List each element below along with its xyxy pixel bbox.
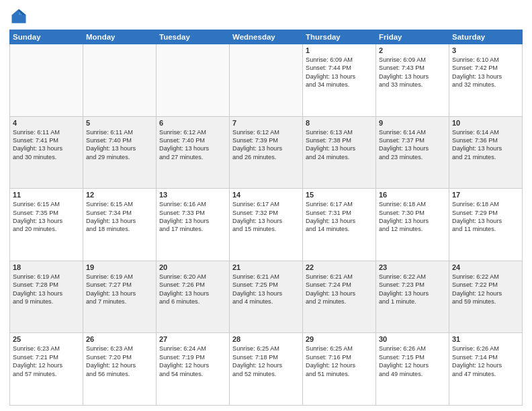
calendar-day-cell: 26Sunrise: 6:23 AM Sunset: 7:20 PM Dayli… — [83, 333, 157, 406]
calendar-header-cell: Wednesday — [230, 30, 303, 44]
day-number: 11 — [13, 191, 80, 199]
calendar-day-cell: 15Sunrise: 6:17 AM Sunset: 7:31 PM Dayli… — [303, 189, 376, 261]
day-detail: Sunrise: 6:10 AM Sunset: 7:42 PM Dayligh… — [452, 56, 519, 89]
day-number: 30 — [379, 335, 446, 343]
calendar-week-row: 25Sunrise: 6:23 AM Sunset: 7:21 PM Dayli… — [10, 333, 523, 406]
day-detail: Sunrise: 6:17 AM Sunset: 7:32 PM Dayligh… — [232, 200, 300, 234]
day-number: 4 — [13, 119, 80, 127]
day-number: 3 — [452, 46, 519, 54]
day-number: 6 — [159, 119, 226, 127]
calendar-day-cell: 12Sunrise: 6:15 AM Sunset: 7:34 PM Dayli… — [83, 189, 157, 261]
day-number: 28 — [232, 335, 300, 343]
day-number: 15 — [306, 191, 373, 199]
calendar-header-cell: Saturday — [449, 30, 523, 44]
calendar-day-cell — [157, 44, 230, 117]
calendar-day-cell: 18Sunrise: 6:19 AM Sunset: 7:28 PM Dayli… — [10, 261, 83, 333]
calendar-day-cell: 5Sunrise: 6:11 AM Sunset: 7:40 PM Daylig… — [83, 116, 157, 189]
day-detail: Sunrise: 6:21 AM Sunset: 7:25 PM Dayligh… — [232, 273, 300, 306]
calendar-week-row: 11Sunrise: 6:15 AM Sunset: 7:35 PM Dayli… — [10, 189, 523, 261]
page: SundayMondayTuesdayWednesdayThursdayFrid… — [0, 0, 532, 411]
calendar-day-cell: 1Sunrise: 6:09 AM Sunset: 7:44 PM Daylig… — [303, 44, 376, 117]
day-detail: Sunrise: 6:09 AM Sunset: 7:44 PM Dayligh… — [306, 56, 373, 89]
day-detail: Sunrise: 6:15 AM Sunset: 7:34 PM Dayligh… — [86, 200, 153, 234]
day-detail: Sunrise: 6:23 AM Sunset: 7:20 PM Dayligh… — [86, 345, 153, 378]
day-number: 7 — [232, 119, 300, 127]
day-detail: Sunrise: 6:24 AM Sunset: 7:19 PM Dayligh… — [159, 345, 226, 378]
day-detail: Sunrise: 6:12 AM Sunset: 7:40 PM Dayligh… — [159, 128, 226, 162]
day-detail: Sunrise: 6:12 AM Sunset: 7:39 PM Dayligh… — [232, 128, 300, 162]
header — [9, 7, 523, 26]
calendar-day-cell: 23Sunrise: 6:22 AM Sunset: 7:23 PM Dayli… — [376, 261, 449, 333]
day-number: 31 — [452, 335, 519, 343]
day-number: 27 — [159, 335, 226, 343]
logo-icon — [9, 7, 28, 26]
calendar-day-cell — [230, 44, 303, 117]
day-number: 8 — [306, 119, 373, 127]
calendar-day-cell — [10, 44, 83, 117]
calendar-day-cell: 24Sunrise: 6:22 AM Sunset: 7:22 PM Dayli… — [449, 261, 523, 333]
day-number: 24 — [452, 263, 519, 271]
calendar-day-cell: 2Sunrise: 6:09 AM Sunset: 7:43 PM Daylig… — [376, 44, 449, 117]
day-number: 5 — [86, 119, 153, 127]
day-detail: Sunrise: 6:26 AM Sunset: 7:15 PM Dayligh… — [379, 345, 446, 378]
calendar-day-cell: 7Sunrise: 6:12 AM Sunset: 7:39 PM Daylig… — [230, 116, 303, 189]
day-number: 14 — [232, 191, 300, 199]
day-number: 17 — [452, 191, 519, 199]
day-detail: Sunrise: 6:14 AM Sunset: 7:37 PM Dayligh… — [379, 128, 446, 162]
calendar-header-row: SundayMondayTuesdayWednesdayThursdayFrid… — [10, 30, 523, 44]
calendar-header-cell: Tuesday — [157, 30, 230, 44]
day-detail: Sunrise: 6:09 AM Sunset: 7:43 PM Dayligh… — [379, 56, 446, 89]
day-detail: Sunrise: 6:11 AM Sunset: 7:41 PM Dayligh… — [13, 128, 80, 162]
calendar-day-cell: 11Sunrise: 6:15 AM Sunset: 7:35 PM Dayli… — [10, 189, 83, 261]
day-detail: Sunrise: 6:13 AM Sunset: 7:38 PM Dayligh… — [306, 128, 373, 162]
day-number: 21 — [232, 263, 300, 271]
day-number: 12 — [86, 191, 153, 199]
day-detail: Sunrise: 6:22 AM Sunset: 7:22 PM Dayligh… — [452, 273, 519, 306]
day-detail: Sunrise: 6:20 AM Sunset: 7:26 PM Dayligh… — [159, 273, 226, 306]
calendar-day-cell: 9Sunrise: 6:14 AM Sunset: 7:37 PM Daylig… — [376, 116, 449, 189]
calendar-day-cell: 8Sunrise: 6:13 AM Sunset: 7:38 PM Daylig… — [303, 116, 376, 189]
calendar-day-cell: 3Sunrise: 6:10 AM Sunset: 7:42 PM Daylig… — [449, 44, 523, 117]
calendar-day-cell: 13Sunrise: 6:16 AM Sunset: 7:33 PM Dayli… — [157, 189, 230, 261]
day-number: 2 — [379, 46, 446, 54]
calendar-day-cell: 4Sunrise: 6:11 AM Sunset: 7:41 PM Daylig… — [10, 116, 83, 189]
calendar-day-cell: 29Sunrise: 6:25 AM Sunset: 7:16 PM Dayli… — [303, 333, 376, 406]
calendar-day-cell: 22Sunrise: 6:21 AM Sunset: 7:24 PM Dayli… — [303, 261, 376, 333]
day-number: 20 — [159, 263, 226, 271]
day-number: 9 — [379, 119, 446, 127]
day-number: 10 — [452, 119, 519, 127]
day-detail: Sunrise: 6:25 AM Sunset: 7:16 PM Dayligh… — [306, 345, 373, 378]
calendar-day-cell: 20Sunrise: 6:20 AM Sunset: 7:26 PM Dayli… — [157, 261, 230, 333]
day-number: 16 — [379, 191, 446, 199]
calendar-day-cell: 27Sunrise: 6:24 AM Sunset: 7:19 PM Dayli… — [157, 333, 230, 406]
day-detail: Sunrise: 6:19 AM Sunset: 7:27 PM Dayligh… — [86, 273, 153, 306]
calendar-header-cell: Sunday — [10, 30, 83, 44]
calendar-day-cell: 16Sunrise: 6:18 AM Sunset: 7:30 PM Dayli… — [376, 189, 449, 261]
calendar-week-row: 18Sunrise: 6:19 AM Sunset: 7:28 PM Dayli… — [10, 261, 523, 333]
day-number: 13 — [159, 191, 226, 199]
calendar-header-cell: Friday — [376, 30, 449, 44]
day-number: 29 — [306, 335, 373, 343]
calendar-week-row: 1Sunrise: 6:09 AM Sunset: 7:44 PM Daylig… — [10, 44, 523, 117]
calendar-day-cell: 25Sunrise: 6:23 AM Sunset: 7:21 PM Dayli… — [10, 333, 83, 406]
day-detail: Sunrise: 6:17 AM Sunset: 7:31 PM Dayligh… — [306, 200, 373, 234]
calendar-day-cell: 17Sunrise: 6:18 AM Sunset: 7:29 PM Dayli… — [449, 189, 523, 261]
day-number: 19 — [86, 263, 153, 271]
day-detail: Sunrise: 6:25 AM Sunset: 7:18 PM Dayligh… — [232, 345, 300, 378]
day-detail: Sunrise: 6:19 AM Sunset: 7:28 PM Dayligh… — [13, 273, 80, 306]
day-number: 26 — [86, 335, 153, 343]
day-number: 22 — [306, 263, 373, 271]
calendar-week-row: 4Sunrise: 6:11 AM Sunset: 7:41 PM Daylig… — [10, 116, 523, 189]
calendar-day-cell: 21Sunrise: 6:21 AM Sunset: 7:25 PM Dayli… — [230, 261, 303, 333]
calendar-day-cell: 6Sunrise: 6:12 AM Sunset: 7:40 PM Daylig… — [157, 116, 230, 189]
calendar-day-cell: 30Sunrise: 6:26 AM Sunset: 7:15 PM Dayli… — [376, 333, 449, 406]
day-number: 25 — [13, 335, 80, 343]
calendar-table: SundayMondayTuesdayWednesdayThursdayFrid… — [9, 30, 523, 406]
calendar-header-cell: Monday — [83, 30, 157, 44]
calendar-day-cell: 28Sunrise: 6:25 AM Sunset: 7:18 PM Dayli… — [230, 333, 303, 406]
day-detail: Sunrise: 6:14 AM Sunset: 7:36 PM Dayligh… — [452, 128, 519, 162]
day-detail: Sunrise: 6:22 AM Sunset: 7:23 PM Dayligh… — [379, 273, 446, 306]
logo — [9, 7, 31, 26]
calendar-day-cell — [83, 44, 157, 117]
day-detail: Sunrise: 6:23 AM Sunset: 7:21 PM Dayligh… — [13, 345, 80, 378]
